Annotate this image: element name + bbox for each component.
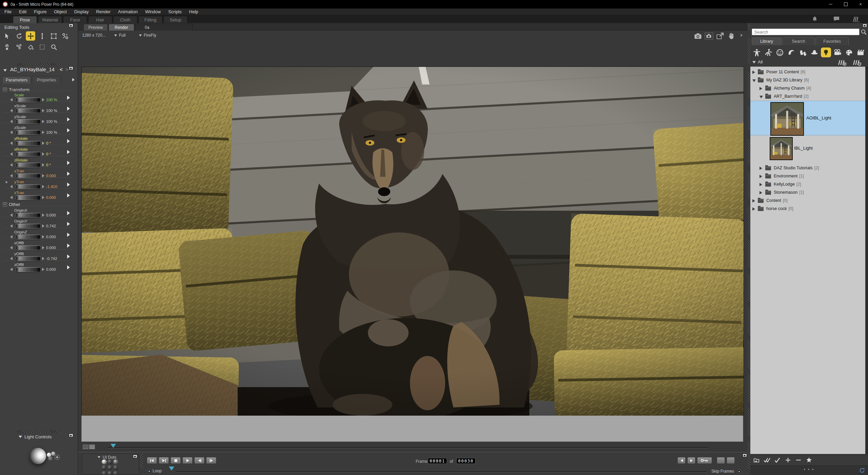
- chevron-right-icon[interactable]: [752, 71, 755, 74]
- chevron-down-icon[interactable]: [760, 96, 763, 98]
- dial-increment-icon[interactable]: [42, 213, 44, 217]
- ui-dot-3[interactable]: [113, 459, 118, 464]
- next-frame-button[interactable]: [687, 457, 695, 464]
- dial-flyout-icon[interactable]: [67, 183, 70, 187]
- key-button[interactable]: [697, 457, 712, 464]
- display-mode-dropdown-icon[interactable]: [114, 35, 117, 37]
- dial-increment-icon[interactable]: [42, 120, 44, 123]
- figures-icon[interactable]: [752, 48, 762, 57]
- sun-icon[interactable]: [54, 454, 60, 460]
- room-tab-face[interactable]: Face: [63, 16, 87, 23]
- new-folder-icon[interactable]: [753, 457, 761, 464]
- timeline-scrubber-handle[interactable]: [111, 444, 116, 448]
- library-books-icon[interactable]: [852, 16, 860, 22]
- ui-dot-1[interactable]: [102, 459, 107, 464]
- ui-dot-7[interactable]: [102, 471, 107, 475]
- search-input[interactable]: [752, 28, 860, 35]
- animbar-resize-handle[interactable]: [140, 454, 143, 474]
- camera-icon[interactable]: [694, 32, 703, 40]
- panel-resize-handle[interactable]: [17, 63, 61, 66]
- room-tab-setup[interactable]: Setup: [163, 16, 188, 23]
- prev-frame-button[interactable]: [677, 457, 686, 464]
- dial-increment-icon[interactable]: [42, 246, 44, 249]
- camera-dashed-icon[interactable]: [705, 32, 713, 40]
- dial-increment-icon[interactable]: [42, 163, 44, 167]
- menu-figure[interactable]: Figure: [30, 8, 50, 15]
- hands-icon[interactable]: [798, 48, 808, 57]
- dial-decrement-icon[interactable]: [10, 257, 13, 260]
- dial-value[interactable]: 0.000: [46, 267, 56, 271]
- dial-slider[interactable]: [16, 267, 41, 272]
- filter-all-label[interactable]: All: [758, 59, 763, 64]
- library-item-row[interactable]: IBL_Light: [750, 135, 865, 163]
- animbar-menu-button[interactable]: [743, 454, 747, 457]
- room-tab-hair[interactable]: Hair: [88, 16, 112, 23]
- next-actor-button[interactable]: >: [65, 66, 68, 72]
- library-folder-row[interactable]: horse cock[0]: [750, 205, 865, 213]
- dial-increment-icon[interactable]: [42, 196, 44, 199]
- tab-parameters[interactable]: Parameters: [2, 76, 31, 84]
- dial-decrement-icon[interactable]: [10, 235, 13, 239]
- chevron-right-icon[interactable]: [752, 199, 755, 203]
- dial-flyout-icon[interactable]: [67, 107, 70, 111]
- cameras-icon[interactable]: [832, 48, 843, 57]
- hair-icon[interactable]: [786, 48, 796, 57]
- ui-dot-4[interactable]: [102, 465, 107, 470]
- doc-layer-toggle-1[interactable]: [83, 444, 88, 449]
- dial-flyout-icon[interactable]: [67, 193, 70, 197]
- dial-increment-icon[interactable]: [42, 174, 44, 177]
- item-label[interactable]: AOIBL_Light: [806, 115, 831, 120]
- loop-range-handle[interactable]: [169, 467, 174, 471]
- search-icon[interactable]: [861, 29, 867, 35]
- actor-menu-icon[interactable]: [3, 69, 7, 72]
- step-back-button[interactable]: [194, 457, 204, 464]
- dial-decrement-icon[interactable]: [10, 213, 13, 217]
- hand-icon[interactable]: [728, 32, 735, 40]
- menu-animation[interactable]: Animation: [114, 8, 141, 15]
- add-icon[interactable]: [785, 457, 793, 464]
- morph-tool-icon[interactable]: [2, 42, 12, 52]
- group-tool-icon[interactable]: [14, 42, 24, 52]
- dial-decrement-icon[interactable]: [10, 131, 13, 134]
- dial-decrement-icon[interactable]: [10, 120, 13, 123]
- dial-increment-icon[interactable]: [42, 268, 44, 271]
- library-resize-handle[interactable]: [748, 23, 750, 475]
- add-frame-button[interactable]: [717, 457, 725, 464]
- dial-flyout-icon[interactable]: [67, 161, 70, 165]
- stop-button[interactable]: [171, 457, 181, 464]
- chevron-down-icon[interactable]: [752, 79, 756, 82]
- export-icon[interactable]: [716, 32, 724, 40]
- chevron-right-icon[interactable]: [760, 191, 762, 194]
- poses-icon[interactable]: [763, 48, 773, 57]
- favorite-icon[interactable]: [806, 457, 814, 464]
- loop-range-track[interactable]: [176, 471, 707, 472]
- library-tab-search[interactable]: Search: [782, 37, 815, 45]
- display-mode[interactable]: Full: [119, 33, 125, 38]
- dial-decrement-icon[interactable]: [10, 196, 13, 199]
- scale-tool-icon[interactable]: [49, 31, 58, 41]
- dial-decrement-icon[interactable]: [10, 163, 13, 167]
- renderer-name[interactable]: FireFly: [144, 33, 156, 38]
- light-controls-collapse-icon[interactable]: [19, 436, 22, 438]
- dial-decrement-icon[interactable]: [10, 268, 13, 271]
- item-thumbnail[interactable]: [770, 102, 804, 136]
- dial-flyout-icon[interactable]: [67, 244, 70, 248]
- dial-flyout-icon[interactable]: [67, 139, 70, 143]
- library-folder-row[interactable]: Alchemy Chasm[4]: [750, 84, 865, 93]
- section-collapse-box[interactable]: –: [3, 88, 7, 92]
- dial-decrement-icon[interactable]: [10, 109, 13, 112]
- tab-camera-0a[interactable]: 0a: [135, 24, 193, 31]
- check-all-icon[interactable]: [764, 457, 772, 464]
- room-tab-cloth[interactable]: Cloth: [113, 16, 137, 23]
- ui-dot-8[interactable]: [107, 471, 113, 475]
- loop-radio[interactable]: [147, 469, 151, 473]
- scenes-icon[interactable]: [855, 48, 866, 57]
- dial-increment-icon[interactable]: [42, 152, 44, 156]
- dial-flyout-icon[interactable]: [67, 150, 70, 154]
- dial-flyout-icon[interactable]: [67, 265, 70, 269]
- dial-increment-icon[interactable]: [42, 235, 44, 239]
- dial-increment-icon[interactable]: [42, 109, 44, 112]
- menu-file[interactable]: File: [1, 8, 15, 15]
- props-icon[interactable]: [809, 48, 820, 57]
- light-indicator-3[interactable]: [48, 456, 53, 461]
